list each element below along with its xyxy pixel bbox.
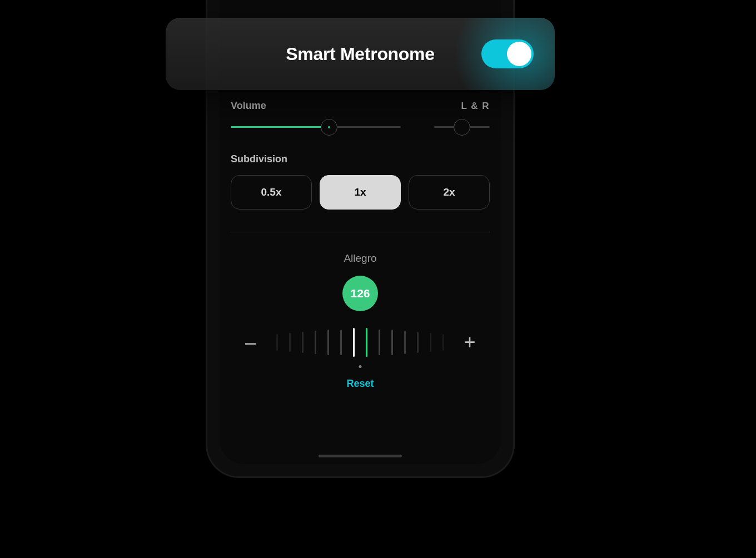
volume-label: Volume xyxy=(231,100,266,112)
tick xyxy=(391,330,393,355)
tempo-decrease-button[interactable]: – xyxy=(241,331,261,354)
reset-button[interactable]: Reset xyxy=(346,378,374,390)
pan-knob[interactable] xyxy=(454,119,470,136)
subdivision-option-0[interactable]: 0.5x xyxy=(231,175,312,210)
subdivision-option-2[interactable]: 2x xyxy=(409,175,490,210)
tempo-section: Allegro 126 – xyxy=(231,252,490,390)
volume-slider[interactable] xyxy=(231,126,401,128)
tempo-dial[interactable] xyxy=(276,327,444,358)
header-bar: Smart Metronome xyxy=(166,18,555,90)
header-title: Smart Metronome xyxy=(286,44,435,64)
tick-indicator-dot xyxy=(359,365,362,368)
pan-slider[interactable] xyxy=(434,126,490,128)
tick xyxy=(327,330,329,355)
tempo-increase-button[interactable]: + xyxy=(460,331,480,354)
tempo-controls-row: – + xyxy=(231,327,490,358)
tempo-name: Allegro xyxy=(344,252,376,265)
tick xyxy=(404,331,406,354)
tick xyxy=(430,333,431,352)
tick xyxy=(417,332,419,353)
tick xyxy=(289,333,291,352)
volume-fill xyxy=(231,126,329,128)
tick-active xyxy=(366,328,367,357)
tick xyxy=(379,330,380,355)
subdivision-label: Subdivision xyxy=(231,153,490,165)
divider xyxy=(231,232,490,232)
tick xyxy=(276,334,278,351)
tick xyxy=(302,332,304,353)
smart-metronome-toggle[interactable] xyxy=(481,39,534,68)
tick xyxy=(315,331,316,354)
tick xyxy=(340,330,342,355)
tick xyxy=(442,334,444,351)
tempo-bpm-bubble[interactable]: 126 xyxy=(342,276,378,311)
sliders-row xyxy=(231,126,490,128)
subdivision-group: 0.5x 1x 2x xyxy=(231,175,490,210)
pan-label: L & R xyxy=(461,101,490,112)
volume-knob[interactable] xyxy=(321,119,337,136)
home-indicator[interactable] xyxy=(319,455,402,457)
tick-center xyxy=(353,328,355,357)
subdivision-option-1[interactable]: 1x xyxy=(320,175,401,210)
toggle-knob xyxy=(507,42,531,66)
slider-labels-row: Volume L & R xyxy=(231,100,490,112)
